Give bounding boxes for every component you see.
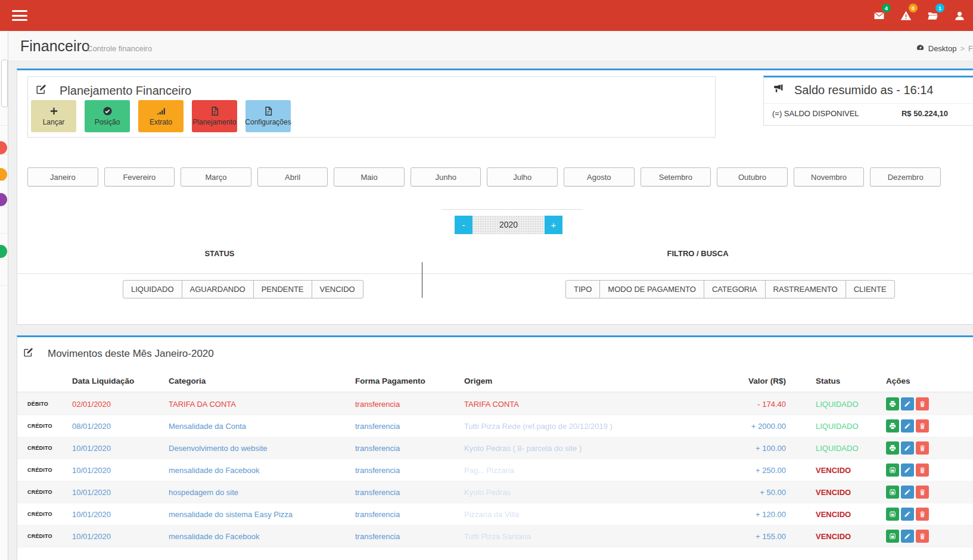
month-button[interactable]: Janeiro	[27, 167, 98, 186]
breadcrumb-home[interactable]: Desktop	[928, 44, 957, 53]
trash-icon[interactable]	[916, 486, 929, 499]
movement-row: CRÉDITO 10/01/2020 mensalidade do Facebo…	[17, 525, 973, 547]
movement-payment-link[interactable]: transferencia	[355, 400, 464, 409]
sidebar-separator	[0, 259, 8, 260]
sidebar-menu-dot-icon[interactable]	[0, 193, 7, 206]
movement-status: LIQUIDADO	[786, 400, 875, 409]
month-button[interactable]: Maio	[334, 167, 405, 186]
movement-date-link[interactable]: 10/01/2020	[72, 466, 169, 475]
movements-panel: Movimentos deste Mês Janeiro-2020 Data L…	[17, 335, 973, 560]
month-button[interactable]: Agosto	[564, 167, 635, 186]
search-filter-button[interactable]: RASTREAMENTO	[765, 280, 846, 298]
action-tile[interactable]: Configurações	[245, 100, 291, 132]
month-button[interactable]: Setembro	[641, 167, 711, 186]
calendar-icon[interactable]	[886, 508, 899, 521]
col-category: Categoria	[169, 377, 355, 385]
calendar-icon[interactable]	[886, 486, 899, 499]
printer-icon[interactable]	[886, 441, 899, 455]
saldo-label: (=) SALDO DISPONIVEL	[772, 109, 859, 118]
breadcrumb-current: F	[968, 44, 973, 53]
search-filter-button[interactable]: MODO DE PAGAMENTO	[599, 280, 704, 298]
movement-status: VENCIDO	[786, 510, 875, 519]
year-minus-button[interactable]: -	[455, 216, 472, 234]
month-button[interactable]: Outubro	[717, 167, 788, 186]
pencil-icon[interactable]	[901, 463, 914, 477]
year-value: 2020	[472, 216, 545, 234]
search-filter-button[interactable]: CLIENTE	[845, 280, 895, 298]
breadcrumb: Desktop > F	[916, 43, 973, 54]
movement-category-link[interactable]: mensalidade do Facebook	[169, 532, 355, 541]
month-button[interactable]: Julho	[487, 167, 558, 186]
navbar-icon-button[interactable]: 1	[919, 0, 946, 31]
month-button[interactable]: Março	[181, 167, 251, 186]
movement-category-link[interactable]: Desenvolvimento do website	[169, 444, 355, 453]
bars-icon	[156, 106, 166, 116]
sidebar-menu-dot-icon[interactable]	[0, 168, 7, 181]
movement-category-link[interactable]: mensalidade do sistema Easy Pizza	[169, 510, 355, 519]
notification-badge: 4	[882, 4, 891, 13]
movement-payment-link[interactable]: transferencia	[355, 422, 464, 431]
navbar-icon-button[interactable]	[946, 0, 973, 31]
movement-payment-link[interactable]: transferencia	[355, 510, 464, 519]
menu-toggle-button[interactable]	[12, 10, 27, 21]
calendar-icon[interactable]	[886, 463, 899, 477]
month-button[interactable]: Fevereiro	[104, 167, 175, 186]
movement-date-link[interactable]: 02/01/2020	[72, 400, 169, 409]
trash-icon[interactable]	[916, 397, 929, 410]
movement-actions	[875, 441, 973, 455]
month-button[interactable]: Junho	[411, 167, 481, 186]
search-filter-button[interactable]: TIPO	[565, 280, 600, 298]
status-filter-button[interactable]: VENCIDO	[312, 280, 363, 298]
printer-icon[interactable]	[886, 419, 899, 433]
movement-date-link[interactable]: 08/01/2020	[72, 422, 169, 431]
trash-icon[interactable]	[916, 530, 929, 543]
action-tile[interactable]: Lançar	[31, 100, 76, 132]
pencil-icon[interactable]	[901, 508, 914, 521]
status-filter-button[interactable]: LIQUIDADO	[123, 280, 182, 298]
movement-row: CRÉDITO 10/01/2020 hospedagem do site tr…	[17, 481, 973, 503]
trash-icon[interactable]	[916, 463, 929, 477]
printer-icon[interactable]	[886, 397, 899, 410]
status-section-label: STATUS	[17, 249, 422, 258]
search-filter-button[interactable]: CATEGORIA	[704, 280, 766, 298]
month-button[interactable]: Dezembro	[870, 167, 941, 186]
movement-date-link[interactable]: 10/01/2020	[72, 532, 169, 541]
col-payment: Forma Pagamento	[355, 377, 464, 385]
sidebar-separator	[0, 125, 8, 126]
movement-payment-link[interactable]: transferencia	[355, 444, 464, 453]
year-plus-button[interactable]: +	[545, 216, 562, 234]
action-tile[interactable]: Extrato	[138, 100, 184, 132]
navbar-icon-button[interactable]: 4	[866, 0, 893, 31]
movement-payment-link[interactable]: transferencia	[355, 532, 464, 541]
navbar-icon-button[interactable]: 0	[893, 0, 919, 31]
action-tile[interactable]: Posição	[85, 100, 130, 132]
pencil-icon[interactable]	[901, 530, 914, 543]
sidebar-menu-dot-icon[interactable]	[0, 245, 7, 258]
movement-date-link[interactable]: 10/01/2020	[72, 488, 169, 497]
pencil-icon[interactable]	[901, 441, 914, 455]
sidebar-menu-dot-icon[interactable]	[0, 141, 7, 154]
status-filter-button[interactable]: AGUARDANDO	[182, 280, 254, 298]
calendar-icon[interactable]	[886, 530, 899, 543]
saldo-title: Saldo resumido as - 16:14	[794, 83, 933, 97]
movement-payment-link[interactable]: transferencia	[355, 488, 464, 497]
action-tile[interactable]: Planejamento	[192, 100, 237, 132]
movement-category-link[interactable]: mensalidade do Facebook	[169, 466, 355, 475]
sidebar-separator	[0, 154, 8, 155]
pencil-icon[interactable]	[901, 419, 914, 433]
collapsed-sidebar-edge[interactable]	[0, 31, 8, 560]
trash-icon[interactable]	[916, 441, 929, 455]
movement-date-link[interactable]: 10/01/2020	[72, 444, 169, 453]
pencil-icon[interactable]	[901, 486, 914, 499]
pencil-icon[interactable]	[901, 397, 914, 410]
movement-category-link[interactable]: hospedagem do site	[169, 488, 355, 497]
trash-icon[interactable]	[916, 508, 929, 521]
month-button[interactable]: Abril	[257, 167, 328, 186]
month-button[interactable]: Novembro	[794, 167, 865, 186]
movement-payment-link[interactable]: transferencia	[355, 466, 464, 475]
movement-category-link[interactable]: TARIFA DA CONTA	[169, 400, 355, 409]
trash-icon[interactable]	[916, 419, 929, 433]
movement-category-link[interactable]: Mensalidade da Conta	[169, 422, 355, 431]
movement-date-link[interactable]: 10/01/2020	[72, 510, 169, 519]
status-filter-button[interactable]: PENDENTE	[253, 280, 312, 298]
